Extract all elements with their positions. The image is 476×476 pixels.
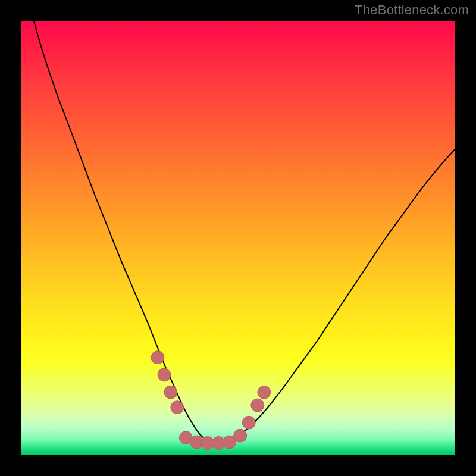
watermark-text: TheBottleneck.com [355,4,469,17]
curve-marker [158,368,171,381]
curve-marker [242,416,255,429]
curve-marker [171,401,184,414]
plot-area [21,21,455,455]
curve-marker [234,429,247,442]
bottleneck-curve [34,21,455,442]
curve-marker [151,351,164,364]
curve-marker [258,386,271,399]
curve-markers [151,351,271,450]
chart-svg [21,21,455,455]
curve-marker [251,399,264,412]
chart-stage: TheBottleneck.com [0,0,476,476]
curve-marker [164,386,177,399]
